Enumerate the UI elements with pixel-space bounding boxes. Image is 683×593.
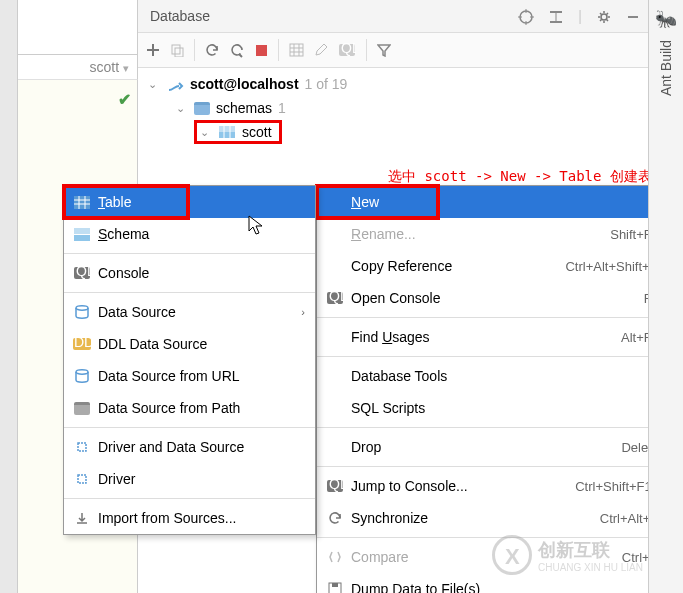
grid-icon[interactable] xyxy=(289,43,304,57)
context-menu-new[interactable]: Table Schema QL Console Data Source › DD… xyxy=(63,185,316,535)
toolbar: QL xyxy=(138,33,648,68)
refresh-icon xyxy=(325,511,345,525)
sql-icon: QL xyxy=(72,267,92,279)
menu-dump-to-file[interactable]: Dump Data to File(s) xyxy=(317,573,669,593)
svg-rect-46 xyxy=(78,475,86,483)
database-icon xyxy=(72,369,92,383)
annotation-text: 选中 scott -> New -> Table 创建表 xyxy=(388,168,652,186)
svg-rect-37 xyxy=(74,235,90,241)
copy-icon[interactable] xyxy=(170,43,184,57)
svg-text:DDL: DDL xyxy=(74,338,91,350)
database-icon xyxy=(72,305,92,319)
connection-label: scott@localhost xyxy=(190,76,299,92)
folder-icon xyxy=(194,102,210,115)
tree[interactable]: ⌄ scott@localhost 1 of 19 ⌄ schemas 1 ⌄ … xyxy=(138,68,648,144)
chevron-down-icon[interactable]: ⌄ xyxy=(148,78,160,91)
ddl-icon: DDL xyxy=(72,338,92,350)
import-icon xyxy=(72,511,92,525)
driver-icon xyxy=(72,472,92,486)
tree-connection-row[interactable]: ⌄ scott@localhost 1 of 19 xyxy=(138,72,648,96)
schema-icon xyxy=(218,125,236,139)
menu-database-tools[interactable]: Database Tools › xyxy=(317,360,669,392)
menu-drop[interactable]: Drop Delete xyxy=(317,431,669,463)
folder-icon xyxy=(72,402,92,415)
add-icon[interactable] xyxy=(146,43,160,57)
svg-rect-22 xyxy=(219,132,235,138)
connection-count: 1 of 19 xyxy=(305,76,348,92)
tree-schema-row[interactable]: ⌄ scott xyxy=(138,120,648,144)
gear-icon[interactable] xyxy=(596,9,612,25)
chevron-down-icon[interactable]: ⌄ xyxy=(200,126,212,139)
checkmark-icon: ✔ xyxy=(118,90,131,109)
stop-icon[interactable] xyxy=(255,44,268,57)
schemas-label: schemas xyxy=(216,100,272,116)
menu-rename: Rename... Shift+F6 xyxy=(317,218,669,250)
svg-rect-14 xyxy=(256,45,267,56)
watermark: 创新互联 CHUANG XIN HU LIAN xyxy=(492,535,643,575)
svg-rect-32 xyxy=(74,196,90,209)
menu-copy-reference[interactable]: Copy Reference Ctrl+Alt+Shift+C xyxy=(317,250,669,282)
svg-rect-45 xyxy=(78,443,86,451)
menu-console[interactable]: QL Console xyxy=(64,257,315,289)
svg-text:QL: QL xyxy=(329,480,343,492)
schema-name: scott xyxy=(242,124,272,140)
sql-icon: QL xyxy=(325,292,345,304)
menu-sql-scripts[interactable]: SQL Scripts › xyxy=(317,392,669,424)
menu-find-usages[interactable]: Find Usages Alt+F7 xyxy=(317,321,669,353)
driver-icon xyxy=(72,440,92,454)
sql-icon[interactable]: QL xyxy=(338,43,356,57)
edit-icon[interactable] xyxy=(314,43,328,57)
split-icon[interactable] xyxy=(548,9,564,25)
minimize-icon[interactable] xyxy=(626,10,640,24)
svg-rect-31 xyxy=(332,583,338,587)
menu-driver-and-ds[interactable]: Driver and Data Source xyxy=(64,431,315,463)
menu-data-source[interactable]: Data Source › xyxy=(64,296,315,328)
menu-import-sources[interactable]: Import from Sources... xyxy=(64,502,315,534)
svg-rect-23 xyxy=(219,126,235,132)
svg-point-44 xyxy=(76,370,88,374)
menu-synchronize[interactable]: Synchronize Ctrl+Alt+Y xyxy=(317,502,669,534)
menu-data-source-path[interactable]: Data Source from Path xyxy=(64,392,315,424)
menu-data-source-url[interactable]: Data Source from URL xyxy=(64,360,315,392)
svg-text:QL: QL xyxy=(341,43,356,56)
table-icon xyxy=(72,196,92,209)
schemas-count: 1 xyxy=(278,100,286,116)
panel-title: Database | xyxy=(138,0,648,33)
schema-icon xyxy=(72,228,92,241)
svg-text:QL: QL xyxy=(76,267,90,279)
wrench-icon[interactable] xyxy=(230,43,245,58)
chevron-down-icon[interactable]: ⌄ xyxy=(176,102,188,115)
menu-jump-console[interactable]: QL Jump to Console... Ctrl+Shift+F10 xyxy=(317,470,669,502)
svg-point-41 xyxy=(76,306,88,310)
right-rail-label[interactable]: Ant Build xyxy=(658,40,674,96)
svg-rect-38 xyxy=(74,228,90,234)
save-icon xyxy=(325,582,345,593)
sql-icon: QL xyxy=(325,480,345,492)
ant-icon: 🐜 xyxy=(649,8,683,30)
svg-text:QL: QL xyxy=(329,292,343,304)
chevron-down-icon: ▾ xyxy=(123,62,129,74)
menu-label: N xyxy=(351,194,361,210)
menu-new[interactable]: New › xyxy=(317,186,669,218)
menu-driver[interactable]: Driver xyxy=(64,463,315,495)
server-icon xyxy=(166,76,184,92)
target-icon[interactable] xyxy=(518,9,534,25)
menu-schema[interactable]: Schema xyxy=(64,218,315,250)
svg-rect-15 xyxy=(290,44,303,56)
tree-schemas-row[interactable]: ⌄ schemas 1 xyxy=(138,96,648,120)
menu-ddl-data-source[interactable]: DDL DDL Data Source xyxy=(64,328,315,360)
context-menu-main[interactable]: New › Rename... Shift+F6 Copy Reference … xyxy=(316,185,670,593)
compare-icon xyxy=(325,550,345,564)
svg-rect-12 xyxy=(172,45,180,54)
right-rail[interactable]: 🐜 Ant Build xyxy=(648,0,683,593)
chevron-right-icon: › xyxy=(301,306,305,318)
svg-point-8 xyxy=(601,14,607,20)
menu-open-console[interactable]: QL Open Console F4 xyxy=(317,282,669,314)
svg-rect-13 xyxy=(175,48,183,57)
menu-table[interactable]: Table xyxy=(64,186,315,218)
filter-icon[interactable] xyxy=(377,43,391,57)
refresh-icon[interactable] xyxy=(205,43,220,58)
left-label[interactable]: scott ▾ xyxy=(18,55,138,80)
